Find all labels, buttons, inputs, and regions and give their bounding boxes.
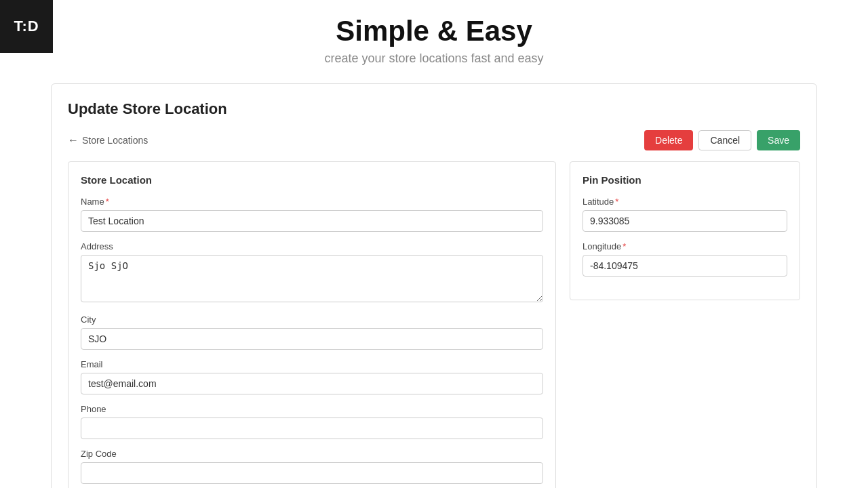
name-required-star: *: [106, 197, 109, 207]
name-input[interactable]: [81, 210, 543, 232]
address-label: Address: [81, 241, 543, 251]
zip-field-group: Zip Code: [81, 449, 543, 484]
latitude-label: Latitude *: [583, 197, 787, 207]
address-textarea[interactable]: Sjo SjO: [81, 255, 543, 302]
store-location-section: Store Location Name * Address Sjo SjO: [68, 161, 556, 488]
email-input[interactable]: [81, 373, 543, 394]
page-header: Simple & Easy create your store location…: [0, 0, 868, 77]
email-field-group: Email: [81, 359, 543, 394]
pin-position-title: Pin Position: [583, 174, 787, 186]
page-title: Update Store Location: [68, 100, 800, 118]
latitude-required-star: *: [615, 197, 618, 207]
latitude-input[interactable]: [583, 210, 787, 232]
city-field-group: City: [81, 314, 543, 350]
zip-label: Zip Code: [81, 449, 543, 459]
phone-label: Phone: [81, 404, 543, 414]
longitude-field-group: Longitude *: [583, 241, 787, 277]
phone-field-group: Phone: [81, 404, 543, 439]
longitude-input[interactable]: [583, 255, 787, 277]
back-link[interactable]: ← Store Locations: [68, 134, 148, 146]
name-field-group: Name *: [81, 197, 543, 232]
address-field-group: Address Sjo SjO: [81, 241, 543, 305]
zip-input[interactable]: [81, 462, 543, 484]
back-arrow-icon: ←: [68, 134, 79, 146]
site-title: Simple & Easy: [336, 15, 532, 47]
delete-button[interactable]: Delete: [644, 130, 693, 150]
email-label: Email: [81, 359, 543, 369]
city-input[interactable]: [81, 328, 543, 350]
longitude-label: Longitude *: [583, 241, 787, 251]
logo: T:D: [0, 0, 53, 53]
form-layout: Store Location Name * Address Sjo SjO: [68, 161, 800, 488]
site-subtitle: create your store locations fast and eas…: [324, 52, 543, 66]
longitude-required-star: *: [623, 241, 626, 251]
toolbar: ← Store Locations Delete Cancel Save: [68, 130, 800, 150]
back-label: Store Locations: [82, 135, 148, 146]
name-label: Name *: [81, 197, 543, 207]
latitude-field-group: Latitude *: [583, 197, 787, 232]
phone-input[interactable]: [81, 418, 543, 439]
cancel-button[interactable]: Cancel: [698, 130, 751, 150]
save-button[interactable]: Save: [757, 130, 800, 150]
main-card: Update Store Location ← Store Locations …: [51, 83, 817, 488]
logo-text: T:D: [14, 18, 39, 35]
pin-position-panel: Pin Position Latitude * Longitude *: [570, 161, 800, 300]
store-location-title: Store Location: [81, 174, 543, 186]
store-location-panel: Store Location Name * Address Sjo SjO: [68, 161, 556, 488]
toolbar-actions: Delete Cancel Save: [644, 130, 800, 150]
pin-position-section: Pin Position Latitude * Longitude *: [570, 161, 800, 488]
city-label: City: [81, 314, 543, 325]
